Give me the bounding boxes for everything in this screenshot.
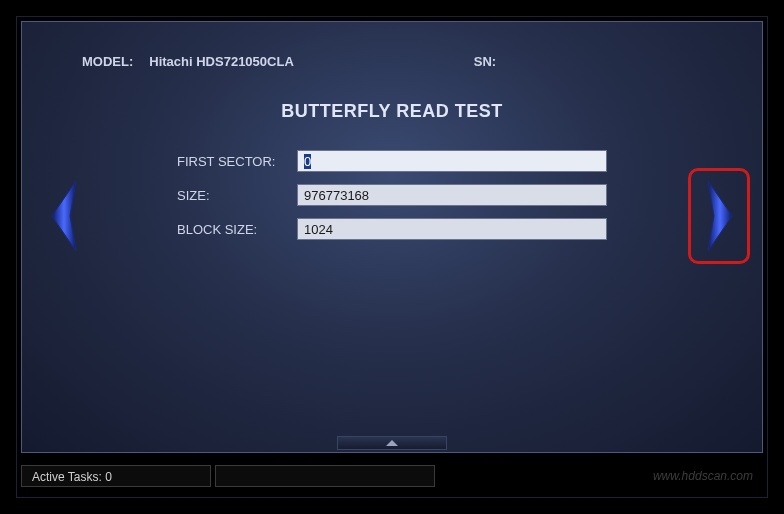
model-value: Hitachi HDS721050CLA: [149, 54, 294, 69]
watermark-text: www.hddscan.com: [653, 469, 753, 483]
block-size-input[interactable]: [297, 218, 607, 240]
prev-arrow-button[interactable]: [42, 177, 84, 255]
chevron-left-icon: [52, 181, 76, 251]
model-label: MODEL:: [82, 54, 133, 69]
expand-handle[interactable]: [337, 436, 447, 450]
size-label: SIZE:: [177, 188, 297, 203]
triangle-up-icon: [386, 440, 398, 446]
sn-label: SN:: [474, 54, 496, 69]
device-info-row: MODEL: Hitachi HDS721050CLA SN:: [22, 22, 762, 69]
first-sector-label: FIRST SECTOR:: [177, 154, 297, 169]
status-bar: Active Tasks: 0 www.hddscan.com: [21, 459, 763, 493]
size-input[interactable]: [297, 184, 607, 206]
first-sector-input[interactable]: [297, 150, 607, 172]
test-params-form: FIRST SECTOR: SIZE: BLOCK SIZE:: [177, 150, 607, 240]
block-size-label: BLOCK SIZE:: [177, 222, 297, 237]
next-arrow-button[interactable]: [700, 177, 742, 255]
active-tasks-cell: Active Tasks: 0: [21, 465, 211, 487]
chevron-right-icon: [708, 181, 732, 251]
test-config-panel: MODEL: Hitachi HDS721050CLA SN: BUTTERFL…: [21, 21, 763, 453]
status-cell-empty: [215, 465, 435, 487]
test-title: BUTTERFLY READ TEST: [22, 101, 762, 122]
